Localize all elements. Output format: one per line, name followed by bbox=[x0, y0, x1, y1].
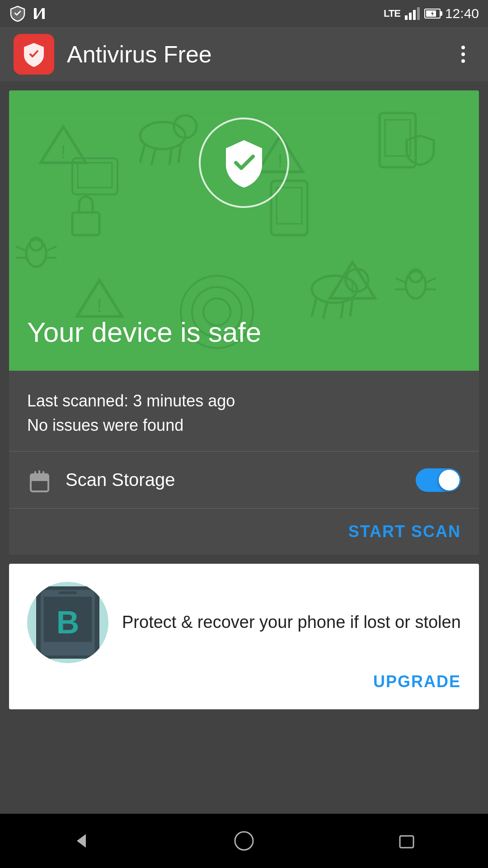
svg-rect-53 bbox=[400, 836, 413, 848]
battery-icon bbox=[424, 9, 441, 19]
svg-point-52 bbox=[235, 832, 253, 850]
svg-rect-50 bbox=[59, 591, 77, 594]
app-icon bbox=[14, 34, 54, 75]
shield-protected-icon bbox=[199, 118, 289, 208]
no-issues-text: No issues were found bbox=[27, 413, 461, 438]
time-display: 12:40 bbox=[445, 6, 479, 21]
promo-content: B Protect & recover your phone if lost o… bbox=[27, 582, 461, 663]
toggle-knob bbox=[439, 470, 460, 491]
svg-line-32 bbox=[350, 298, 352, 316]
promo-logo: B bbox=[27, 582, 108, 663]
promo-logo-inner: B bbox=[36, 586, 99, 659]
n-status-icon bbox=[32, 6, 47, 21]
promo-description: Protect & recover your phone if lost or … bbox=[122, 610, 461, 634]
upgrade-button[interactable]: UPGRADE bbox=[373, 672, 461, 691]
status-bar-left-icons bbox=[9, 5, 47, 22]
promo-card: B Protect & recover your phone if lost o… bbox=[9, 564, 479, 709]
status-bar-right-icons: LTE 12:40 bbox=[384, 6, 479, 21]
nav-bar bbox=[0, 814, 488, 868]
bottom-spacer bbox=[0, 709, 488, 773]
svg-line-29 bbox=[312, 298, 316, 316]
shield-status-icon bbox=[9, 5, 26, 22]
svg-rect-37 bbox=[72, 212, 99, 235]
svg-line-11 bbox=[16, 246, 26, 251]
svg-rect-42 bbox=[78, 163, 112, 188]
scan-info-section: Last scanned: 3 minutes ago No issues we… bbox=[9, 371, 479, 452]
more-dot-1 bbox=[461, 46, 465, 49]
svg-text:!: ! bbox=[97, 296, 102, 316]
green-banner: ! ! ! ! bbox=[9, 90, 479, 371]
svg-line-19 bbox=[426, 278, 436, 283]
scan-storage-toggle[interactable] bbox=[416, 468, 461, 492]
svg-line-24 bbox=[151, 147, 156, 165]
more-dot-2 bbox=[461, 52, 465, 56]
recents-button[interactable] bbox=[389, 823, 425, 859]
promo-logo-letter: B bbox=[56, 604, 80, 641]
scan-storage-row: Scan Storage bbox=[9, 452, 479, 509]
sd-card-icon bbox=[27, 467, 52, 492]
more-options-button[interactable] bbox=[452, 43, 474, 66]
svg-line-17 bbox=[395, 278, 406, 283]
last-scanned-text: Last scanned: 3 minutes ago bbox=[27, 389, 461, 413]
home-button[interactable] bbox=[226, 823, 262, 859]
safe-status-text: Your device is safe bbox=[27, 316, 261, 348]
app-title: Antivirus Free bbox=[67, 41, 452, 68]
svg-line-26 bbox=[178, 145, 181, 163]
signal-icon bbox=[405, 7, 420, 20]
app-bar: Antivirus Free bbox=[0, 27, 488, 81]
back-button[interactable] bbox=[63, 823, 99, 859]
svg-rect-34 bbox=[277, 188, 302, 224]
svg-text:!: ! bbox=[61, 142, 66, 162]
status-bar: LTE 12:40 bbox=[0, 0, 488, 27]
start-scan-button[interactable]: START SCAN bbox=[348, 522, 461, 541]
svg-line-30 bbox=[323, 301, 328, 319]
lte-badge: LTE bbox=[384, 8, 400, 19]
main-card: ! ! ! ! bbox=[9, 90, 479, 555]
svg-line-23 bbox=[140, 145, 145, 163]
start-scan-row: START SCAN bbox=[9, 509, 479, 555]
svg-marker-51 bbox=[77, 834, 86, 848]
scan-storage-label: Scan Storage bbox=[66, 470, 416, 490]
svg-line-13 bbox=[46, 246, 56, 251]
more-dot-3 bbox=[461, 59, 465, 63]
